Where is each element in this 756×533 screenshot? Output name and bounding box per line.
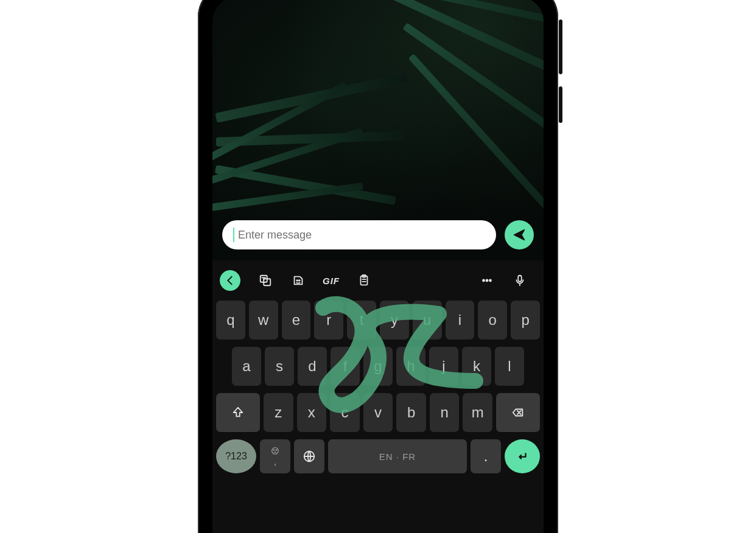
leaf-decoration — [402, 23, 544, 155]
more-icon — [480, 274, 494, 287]
key-shift[interactable] — [216, 393, 260, 432]
keyboard: GIF q w e r t — [212, 260, 544, 533]
text-caret — [233, 228, 234, 242]
svg-point-3 — [299, 280, 300, 281]
key-a[interactable]: a — [232, 347, 261, 386]
key-language[interactable] — [294, 439, 324, 473]
key-r[interactable]: r — [314, 301, 343, 340]
svg-point-6 — [483, 280, 485, 282]
clipboard-icon — [357, 274, 371, 287]
gif-button[interactable]: GIF — [315, 268, 348, 293]
key-g[interactable]: g — [363, 347, 393, 386]
key-k[interactable]: k — [462, 347, 491, 386]
send-button[interactable] — [505, 220, 534, 249]
svg-rect-9 — [518, 276, 522, 282]
leaf-decoration — [215, 73, 408, 123]
mic-button[interactable] — [503, 268, 536, 293]
svg-point-10 — [272, 447, 279, 454]
key-o[interactable]: o — [478, 301, 507, 340]
chat-background: Enter message — [212, 0, 544, 260]
key-e[interactable]: e — [282, 301, 311, 340]
svg-point-2 — [296, 280, 298, 281]
key-s[interactable]: s — [265, 347, 294, 386]
key-d[interactable]: d — [298, 347, 327, 386]
key-j[interactable]: j — [429, 347, 458, 386]
send-icon — [513, 228, 526, 242]
key-u[interactable]: u — [413, 301, 442, 340]
key-b[interactable]: b — [396, 393, 426, 432]
sticker-button[interactable] — [282, 268, 315, 293]
key-v[interactable]: v — [363, 393, 393, 432]
phone-side-button — [559, 86, 562, 123]
keyboard-rows: q w e r t y u i o p a s d f g h — [216, 301, 540, 473]
key-n[interactable]: n — [430, 393, 460, 432]
svg-point-8 — [489, 280, 491, 282]
key-i[interactable]: i — [446, 301, 475, 340]
suggestion-bar: GIF — [216, 265, 540, 296]
key-m[interactable]: m — [463, 393, 492, 432]
message-input[interactable]: Enter message — [222, 220, 496, 249]
translate-button[interactable] — [249, 268, 282, 293]
message-placeholder: Enter message — [238, 229, 312, 242]
key-numbers[interactable]: ?123 — [216, 439, 256, 473]
key-emoji[interactable]: , — [260, 439, 290, 473]
key-z[interactable]: z — [264, 393, 293, 432]
key-q[interactable]: q — [216, 301, 245, 340]
leaf-decoration — [212, 183, 363, 212]
key-y[interactable]: y — [380, 301, 409, 340]
phone-frame: Enter message GIF — [198, 0, 558, 533]
keyboard-row-1: q w e r t y u i o p — [216, 301, 540, 340]
key-l[interactable]: l — [495, 347, 524, 386]
gif-label: GIF — [323, 276, 340, 286]
svg-point-12 — [276, 450, 276, 450]
keyboard-row-4: ?123 , EN · FR . — [216, 439, 540, 473]
keyboard-row-3: z x c v b n m — [216, 393, 540, 432]
globe-icon — [303, 450, 316, 463]
more-button[interactable] — [471, 268, 503, 293]
shift-icon — [231, 406, 245, 419]
svg-point-7 — [486, 280, 488, 282]
sticker-icon — [292, 274, 305, 287]
clipboard-button[interactable] — [348, 268, 380, 293]
suggestion-collapse-button[interactable] — [220, 270, 240, 291]
compose-bar: Enter message — [222, 220, 534, 249]
leaf-decoration — [212, 82, 348, 163]
backspace-icon — [511, 406, 525, 419]
key-comma-label: , — [274, 456, 276, 467]
emoji-icon — [270, 446, 280, 456]
key-x[interactable]: x — [297, 393, 327, 432]
translate-icon — [259, 274, 272, 287]
key-p[interactable]: p — [511, 301, 540, 340]
svg-point-11 — [273, 450, 274, 450]
key-c[interactable]: c — [330, 393, 360, 432]
phone-screen: Enter message GIF — [212, 0, 544, 533]
mic-icon — [513, 274, 527, 287]
key-t[interactable]: t — [347, 301, 376, 340]
phone-side-button — [559, 19, 562, 74]
chevron-left-icon — [223, 274, 237, 287]
key-period[interactable]: . — [471, 439, 501, 473]
key-backspace[interactable] — [496, 393, 540, 432]
key-enter[interactable] — [505, 439, 540, 473]
key-space[interactable]: EN · FR — [328, 439, 467, 473]
key-f[interactable]: f — [331, 347, 360, 386]
enter-icon — [516, 450, 529, 463]
key-h[interactable]: h — [396, 347, 425, 386]
key-w[interactable]: w — [249, 301, 278, 340]
keyboard-row-2: a s d f g h j k l — [216, 347, 540, 386]
